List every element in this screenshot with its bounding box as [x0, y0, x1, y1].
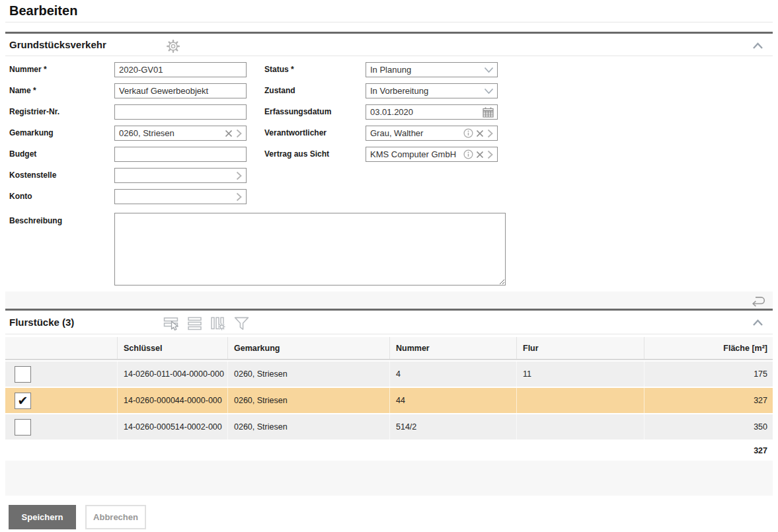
column-header-nummer: Nummer — [390, 337, 517, 359]
kostenstelle-label: Kostenstelle — [9, 171, 56, 180]
page-title: Bearbeiten — [9, 3, 77, 19]
sum-flaeche: 327 — [754, 446, 767, 455]
open-lookup-chevron-right-icon[interactable] — [486, 150, 494, 159]
vertrag-aus-sicht-value: KMS Computer GmbH — [370, 149, 461, 159]
vertrag-aus-sicht-lookup-field[interactable]: KMS Computer GmbH — [366, 147, 498, 162]
cell-gemarkung: 0260, Striesen — [228, 388, 390, 413]
gemarkung-label: Gemarkung — [9, 128, 54, 137]
edit-page: Bearbeiten Grundstücksverkehr Nummer * N… — [0, 0, 778, 532]
cell-nummer: 514/2 — [390, 414, 517, 439]
nummer-label: Nummer * — [9, 65, 47, 74]
cell-schluessel: 14-0260-000514-0002-000 — [118, 414, 228, 439]
chevron-down-icon[interactable] — [484, 67, 494, 73]
verantwortlicher-label: Verantwortlicher — [264, 128, 327, 137]
row-checkbox[interactable] — [15, 366, 31, 383]
table-toolbar — [163, 316, 250, 331]
undo-arrow-icon[interactable] — [749, 293, 766, 307]
section-header-flurstuecke: Flurstücke (3) — [5, 309, 773, 334]
row-checkbox[interactable] — [15, 419, 31, 436]
open-lookup-chevron-right-icon[interactable] — [235, 192, 243, 202]
checkbox-column-header — [5, 337, 118, 359]
zustand-value: In Vorbereitung — [370, 86, 481, 96]
chevron-down-icon[interactable] — [484, 88, 494, 95]
info-icon[interactable] — [463, 128, 473, 138]
rows-icon[interactable] — [187, 316, 203, 331]
name-input[interactable] — [114, 83, 247, 98]
cell-flur — [517, 388, 644, 413]
cell-gemarkung: 0260, Striesen — [228, 414, 390, 439]
section-footer — [5, 291, 773, 309]
nummer-input[interactable] — [114, 62, 247, 77]
budget-label: Budget — [9, 149, 36, 159]
table-row[interactable]: 14-0260-000514-0002-000 0260, Striesen 5… — [5, 414, 773, 439]
cell-flur: 11 — [517, 361, 644, 387]
registrier-nr-label: Registrier-Nr. — [9, 107, 59, 116]
collapse-section-icon[interactable] — [752, 319, 763, 326]
zustand-select[interactable]: In Vorbereitung — [366, 83, 498, 98]
cell-gemarkung: 0260, Striesen — [228, 361, 390, 387]
cell-nummer: 4 — [390, 361, 517, 387]
title-divider — [5, 22, 773, 22]
row-checkbox[interactable] — [15, 393, 31, 409]
cell-flaeche: 327 — [644, 388, 773, 413]
clear-x-icon[interactable] — [225, 130, 233, 137]
footer-band — [5, 461, 773, 496]
zustand-label: Zustand — [264, 86, 295, 95]
open-lookup-chevron-right-icon[interactable] — [235, 129, 243, 138]
section-header-grundstuecksverkehr: Grundstücksverkehr — [5, 32, 773, 56]
status-label: Status * — [264, 65, 294, 74]
cell-flaeche: 350 — [644, 414, 773, 439]
table-sum-row: 327 — [5, 439, 773, 462]
flurstuecke-table: Schlüssel Gemarkung Nummer Flur Fläche [… — [5, 337, 773, 462]
clear-x-icon[interactable] — [476, 130, 484, 137]
registrier-nr-input[interactable] — [114, 104, 247, 120]
konto-label: Konto — [9, 192, 32, 201]
gemarkung-value: 0260, Striesen — [119, 128, 222, 138]
calendar-icon[interactable] — [483, 107, 494, 118]
status-select[interactable]: In Planung — [366, 62, 498, 77]
vertrag-aus-sicht-label: Vertrag aus Sicht — [264, 149, 329, 159]
section-title-flurstuecke: Flurstücke (3) — [9, 317, 74, 328]
collapse-section-icon[interactable] — [752, 42, 763, 50]
select-rows-icon[interactable] — [163, 316, 180, 331]
filter-icon[interactable] — [233, 316, 250, 331]
name-label: Name * — [9, 86, 36, 95]
beschreibung-label: Beschreibung — [9, 216, 62, 225]
open-lookup-chevron-right-icon[interactable] — [486, 129, 494, 138]
cell-schluessel: 14-0260-000044-0000-000 — [118, 388, 228, 413]
cell-flur — [517, 414, 644, 439]
save-button[interactable]: Speichern — [9, 505, 76, 529]
table-row[interactable]: 14-0260-000044-0000-000 0260, Striesen 4… — [5, 388, 773, 413]
erfassungsdatum-value: 03.01.2020 — [370, 107, 480, 117]
table-header-row: Schlüssel Gemarkung Nummer Flur Fläche [… — [5, 337, 773, 360]
section-title-grundstuecksverkehr: Grundstücksverkehr — [9, 39, 106, 50]
table-row[interactable]: 14-0260-011-004-0000-000 0260, Striesen … — [5, 361, 773, 387]
open-lookup-chevron-right-icon[interactable] — [235, 171, 243, 180]
settings-gear-icon[interactable] — [166, 39, 180, 54]
column-header-flur: Flur — [517, 337, 644, 359]
gemarkung-lookup-field[interactable]: 0260, Striesen — [114, 126, 247, 141]
kostenstelle-lookup-field[interactable] — [114, 168, 247, 183]
clear-x-icon[interactable] — [476, 151, 484, 159]
budget-input[interactable] — [114, 147, 247, 162]
cell-schluessel: 14-0260-011-004-0000-000 — [118, 361, 228, 387]
erfassungsdatum-date-field[interactable]: 03.01.2020 — [366, 104, 498, 120]
verantwortlicher-lookup-field[interactable]: Grau, Walther — [366, 126, 498, 141]
column-settings-icon[interactable] — [210, 316, 226, 331]
info-icon[interactable] — [463, 149, 473, 159]
column-header-schluessel: Schlüssel — [118, 337, 228, 359]
cancel-button[interactable]: Abbrechen — [85, 505, 146, 529]
erfassungsdatum-label: Erfassungsdatum — [264, 107, 331, 116]
konto-lookup-field[interactable] — [114, 189, 247, 204]
cell-flaeche: 175 — [644, 361, 773, 387]
beschreibung-textarea[interactable] — [114, 213, 506, 285]
verantwortlicher-value: Grau, Walther — [370, 128, 461, 138]
column-header-flaeche: Fläche [m²] — [644, 337, 773, 359]
status-value: In Planung — [370, 65, 481, 75]
cell-nummer: 44 — [390, 388, 517, 413]
column-header-gemarkung: Gemarkung — [228, 337, 390, 359]
